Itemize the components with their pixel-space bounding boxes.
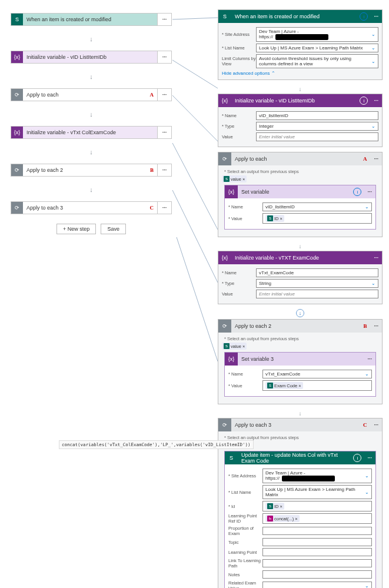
lp-ref-input[interactable]: fxconcat(...)× (262, 513, 372, 524)
more-icon[interactable]: ··· (364, 189, 375, 195)
more-icon[interactable]: ··· (158, 88, 172, 101)
chevron-up-icon: ⌃ (271, 71, 275, 76)
field-input[interactable] (262, 527, 372, 535)
insert-step-icon[interactable]: ↓ (296, 309, 304, 317)
list-name-select[interactable]: Look Up | MS Azure Exam > Learning Path … (256, 44, 378, 52)
field-select[interactable] (262, 582, 372, 589)
loop-icon: ⟳ (11, 164, 23, 176)
var-type-select[interactable]: Integer (256, 122, 378, 131)
loop-icon: ⟳ (11, 89, 23, 101)
id-token[interactable]: SID× (265, 503, 284, 510)
more-icon[interactable]: ··· (370, 255, 382, 261)
init-var2-card: {x}Initialize variable - vTXT ExamCode··… (218, 251, 383, 304)
more-icon[interactable]: ··· (158, 126, 172, 139)
loop-icon: ⟳ (11, 202, 23, 214)
variable-icon: {x} (225, 185, 238, 198)
var-type-select[interactable]: String (256, 279, 378, 288)
examcode-token[interactable]: SExam Code× (265, 382, 303, 389)
field-input[interactable] (262, 538, 372, 546)
more-icon[interactable]: ··· (364, 356, 375, 362)
site-address-select[interactable]: Dev Team | Azure -https:// (256, 27, 378, 42)
apply-each-1[interactable]: ⟳Apply to eachA (11, 88, 158, 101)
init-var-2[interactable]: {x}Initialize variable - vTxt ColExamCod… (11, 126, 158, 139)
var-name-input[interactable]: vID_listItemID (256, 111, 378, 120)
apply-each-3[interactable]: ⟳Apply to each 3C (11, 201, 158, 214)
loop-icon: ⟳ (218, 418, 231, 431)
var-value-input[interactable]: Enter initial value (256, 290, 378, 298)
variable-icon: {x} (225, 353, 238, 366)
redacted-text (275, 34, 328, 40)
set-var-value[interactable]: SID× (262, 213, 372, 224)
more-icon[interactable]: ··· (370, 422, 382, 428)
value-token[interactable]: Svalue× (222, 175, 247, 182)
save-button[interactable]: Save (101, 224, 126, 234)
variable-icon: {x} (11, 127, 23, 138)
trigger-step[interactable]: SWhen an item is created or modified (11, 13, 158, 26)
more-icon[interactable]: ··· (370, 156, 382, 162)
init-var1-card: {x}Initialize variable - vID ListItemIDb… (218, 94, 383, 147)
concat-expression: concat(variables('vTxt_ColExamCode'),'LP… (59, 440, 254, 449)
arrow-down-icon (218, 85, 383, 94)
var-value-input[interactable]: Enter initial value (256, 132, 378, 141)
trigger-card: SWhen an item is created or modifiedi···… (218, 9, 383, 80)
more-icon[interactable]: ··· (158, 201, 172, 214)
arrow-down-icon (11, 27, 172, 51)
loop-output-input[interactable]: Svalue× (222, 175, 378, 182)
redacted-text (282, 476, 335, 481)
init-var-1[interactable]: {x}Initialize variable - vID ListItemIDb (11, 51, 158, 64)
sharepoint-icon: S (225, 451, 238, 464)
more-icon[interactable]: ··· (364, 455, 375, 461)
concat-token[interactable]: fxconcat(...)× (265, 515, 300, 522)
field-input[interactable] (262, 570, 372, 579)
loop-output-input[interactable]: Svalue× (222, 343, 378, 350)
info-icon[interactable]: i (360, 12, 368, 21)
remove-token-icon: × (242, 177, 245, 182)
new-step-button[interactable]: + New step (56, 224, 96, 234)
id-input[interactable]: SID× (262, 501, 372, 511)
id-token[interactable]: SID× (265, 215, 284, 222)
info-icon[interactable]: i (360, 97, 368, 105)
set-var-name[interactable]: vID_listItemID (262, 202, 372, 211)
more-icon[interactable]: ··· (370, 323, 382, 329)
more-icon[interactable]: ··· (158, 164, 172, 177)
more-icon[interactable]: ··· (370, 98, 382, 104)
more-icon[interactable]: ··· (370, 14, 382, 19)
svg-line-5 (177, 237, 218, 361)
info-icon[interactable]: i (353, 188, 361, 196)
info-icon[interactable]: i (353, 454, 361, 462)
arrow-down-icon (11, 140, 172, 164)
value-token[interactable]: Svalue× (222, 343, 247, 350)
sharepoint-icon: S (11, 14, 23, 25)
arrow-down-icon (11, 178, 172, 201)
field-input[interactable] (262, 548, 372, 556)
variable-icon: {x} (218, 251, 231, 264)
more-icon[interactable]: ··· (158, 13, 172, 26)
hide-advanced-link[interactable]: Hide advanced options ⌃ (222, 71, 275, 76)
set-var-name[interactable]: vTxt_ExamCode (262, 370, 372, 378)
field-input[interactable] (262, 559, 372, 567)
loop-icon: ⟳ (218, 152, 231, 165)
variable-icon: {x} (218, 94, 231, 107)
arrow-down-icon (218, 242, 383, 251)
site-address-select[interactable]: Dev Team | Azure -https:// (262, 469, 372, 483)
arrow-down-icon (218, 409, 383, 418)
more-icon[interactable]: ··· (158, 51, 172, 64)
apply-each-2[interactable]: ⟳Apply to each 2B (11, 164, 158, 177)
list-name-select[interactable]: Look Up | MS Azure Exam > Learning Path … (262, 485, 372, 499)
sharepoint-icon: S (218, 10, 231, 23)
apply2-card: ⟳Apply to each 2B··· * Select an output … (218, 319, 383, 404)
limit-columns-select[interactable]: Avoid column threshold issues by only us… (256, 54, 378, 68)
loop-icon: ⟳ (218, 320, 231, 333)
variable-icon: {x} (11, 51, 23, 63)
var-name-input[interactable]: vTxt_ExamCode (256, 268, 378, 277)
arrow-down-icon (11, 65, 172, 88)
apply1-card: ⟳Apply to eachA··· * Select an output fr… (218, 152, 383, 237)
arrow-down-icon (11, 102, 172, 126)
set-var-value[interactable]: SExam Code× (262, 380, 372, 391)
